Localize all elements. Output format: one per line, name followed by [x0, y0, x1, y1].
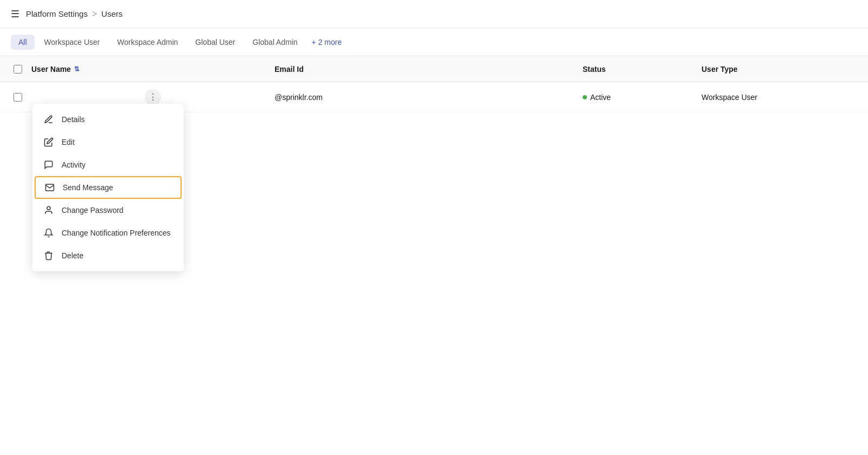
menu-item-details-label: Details [62, 115, 85, 124]
header-usertype: User Type [702, 65, 864, 73]
change-notifications-icon [43, 228, 54, 238]
row-user-type: Workspace User [702, 93, 864, 102]
table-container: User Name ⇅ Email Id Status User Type ⋮ … [0, 56, 868, 112]
breadcrumb-separator: > [92, 9, 97, 19]
menu-item-send-message-label: Send Message [63, 183, 113, 192]
row-actions-button[interactable]: ⋮ [145, 89, 161, 105]
status-dot [583, 95, 587, 99]
table-row: ⋮ Details Ed [0, 82, 868, 112]
menu-item-delete-label: Delete [62, 251, 83, 260]
select-all-checkbox[interactable] [14, 65, 22, 73]
change-password-icon [43, 205, 54, 215]
edit-icon [43, 137, 54, 147]
menu-item-edit-label: Edit [62, 138, 75, 146]
send-message-icon [44, 183, 55, 192]
menu-item-change-password-label: Change Password [62, 206, 123, 215]
row-status: Active [583, 93, 702, 102]
breadcrumb: Platform Settings > Users [26, 9, 123, 19]
header-status: Status [583, 65, 702, 73]
menu-item-change-notifications[interactable]: Change Notification Preferences [32, 222, 184, 244]
menu-item-details[interactable]: Details [32, 108, 184, 131]
table-header: User Name ⇅ Email Id Status User Type [0, 56, 868, 82]
activity-icon [43, 160, 54, 170]
row-select[interactable] [4, 93, 31, 102]
menu-item-change-notifications-label: Change Notification Preferences [62, 229, 171, 237]
menu-item-change-password[interactable]: Change Password [32, 199, 184, 222]
tab-workspace-user[interactable]: Workspace User [37, 35, 108, 50]
delete-icon [43, 251, 54, 260]
topbar: ☰ Platform Settings > Users [0, 0, 868, 28]
row-email: @sprinklr.com [275, 93, 583, 102]
row-checkbox[interactable] [14, 93, 22, 102]
tab-global-admin[interactable]: Global Admin [245, 35, 305, 50]
status-label: Active [590, 93, 611, 102]
header-select[interactable] [4, 65, 31, 73]
hamburger-icon[interactable]: ☰ [11, 8, 19, 20]
menu-item-activity[interactable]: Activity [32, 153, 184, 176]
tab-workspace-admin[interactable]: Workspace Admin [110, 35, 186, 50]
dropdown-menu: Details Edit Activ [32, 104, 184, 271]
tab-global-user[interactable]: Global User [188, 35, 243, 50]
menu-item-activity-label: Activity [62, 160, 85, 169]
details-icon [43, 115, 54, 124]
header-email: Email Id [275, 65, 583, 73]
menu-item-delete[interactable]: Delete [32, 244, 184, 267]
menu-item-send-message[interactable]: Send Message [35, 176, 182, 199]
breadcrumb-platform-settings[interactable]: Platform Settings [26, 9, 88, 18]
sort-icon[interactable]: ⇅ [74, 65, 79, 73]
header-username: User Name ⇅ [31, 65, 275, 73]
tab-more[interactable]: + 2 more [308, 35, 346, 50]
tabs-row: All Workspace User Workspace Admin Globa… [0, 28, 868, 56]
breadcrumb-users[interactable]: Users [102, 9, 123, 18]
menu-item-edit[interactable]: Edit [32, 131, 184, 153]
row-actions-cell: ⋮ Details Ed [31, 89, 275, 105]
tab-all[interactable]: All [11, 35, 35, 50]
